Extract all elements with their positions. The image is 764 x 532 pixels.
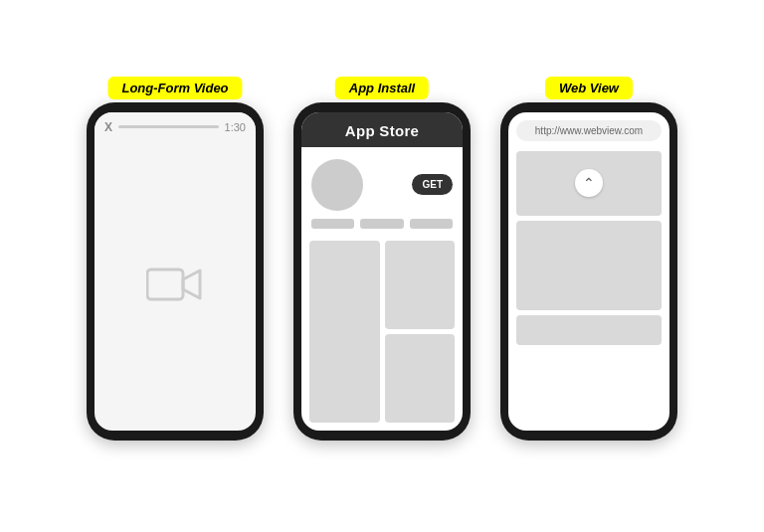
web-view-label: Web View: [545, 77, 633, 99]
app-store-header: App Store: [301, 112, 463, 147]
bar-3: [410, 219, 453, 229]
timer-label: 1:30: [225, 121, 246, 133]
app-install-screen: App Store GET: [301, 112, 463, 431]
web-content-area: ⌃: [508, 147, 669, 431]
web-view-wrapper: Web View http://www.webview.com ⌃: [500, 92, 677, 441]
close-icon[interactable]: X: [104, 120, 112, 134]
app-install-label: App Install: [335, 77, 429, 99]
web-view-phone: http://www.webview.com ⌃: [500, 102, 677, 441]
svg-rect-0: [147, 269, 183, 299]
bar-2: [360, 219, 403, 229]
app-icon-circle: [311, 159, 363, 211]
long-form-video-screen: X 1:30: [95, 112, 256, 431]
screenshot-3: [385, 334, 456, 423]
screenshot-1: [309, 241, 380, 423]
web-bottom-block: [516, 315, 662, 345]
long-form-video-wrapper: Long-Form Video X 1:30: [87, 92, 264, 441]
progress-bar: [118, 125, 219, 128]
url-bar[interactable]: http://www.webview.com: [516, 120, 662, 141]
screenshot-grid: [301, 237, 463, 431]
web-mid-block: [516, 221, 662, 310]
app-info-row: GET: [301, 147, 463, 219]
video-camera-icon: [145, 262, 205, 307]
screenshot-2: [385, 241, 456, 329]
lfv-content-area: [95, 138, 256, 431]
app-install-wrapper: App Install App Store GET: [293, 92, 471, 441]
bar-1: [311, 219, 354, 229]
get-button[interactable]: GET: [412, 174, 453, 195]
chevron-up-icon: ⌃: [575, 169, 603, 197]
web-view-screen: http://www.webview.com ⌃: [508, 112, 669, 431]
app-install-phone: App Store GET: [293, 102, 471, 441]
rating-bars: [301, 219, 463, 237]
long-form-video-phone: X 1:30: [87, 102, 264, 441]
web-top-block: ⌃: [516, 151, 662, 216]
lfv-top-bar: X 1:30: [95, 112, 256, 138]
long-form-video-label: Long-Form Video: [107, 77, 242, 99]
